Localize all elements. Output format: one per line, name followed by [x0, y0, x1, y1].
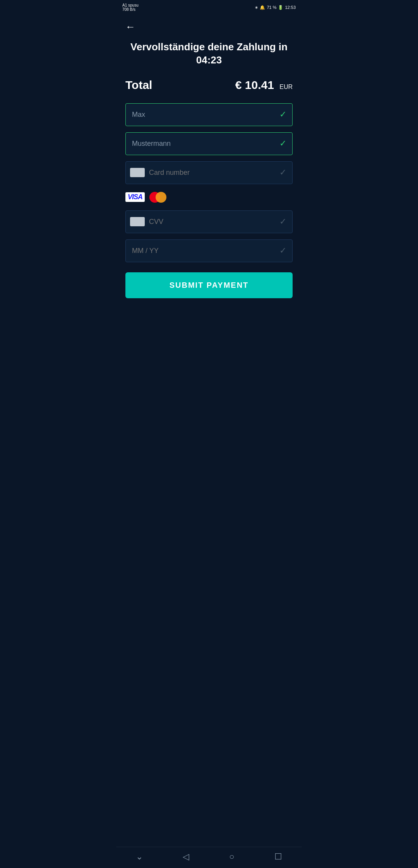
cvv-card-icon: [130, 217, 145, 226]
mc-circle-right: [156, 192, 166, 203]
back-button[interactable]: ←: [125, 21, 293, 33]
visa-logo: VISA: [125, 192, 145, 202]
payment-logos: VISA: [125, 192, 293, 203]
firstname-group: ✓: [125, 103, 293, 126]
mastercard-logo: [149, 192, 166, 203]
nav-chevron-icon[interactable]: ⌄: [136, 852, 143, 862]
bluetooth-icon: ∗: [255, 5, 258, 10]
carrier-info: A1 spusu 708 B/s: [122, 3, 139, 12]
cvv-input[interactable]: [125, 210, 293, 233]
total-amount: € 10.41 EUR: [235, 79, 293, 92]
nav-bar: ⌄ ◁ ○ ☐: [116, 847, 302, 868]
total-currency: EUR: [279, 84, 293, 90]
main-content: ← Vervollständige deine Zahlung in04:23 …: [116, 15, 302, 847]
cardnumber-group: ✓: [125, 161, 293, 184]
firstname-input[interactable]: [125, 103, 293, 126]
status-bar: A1 spusu 708 B/s ∗ 🔔 71 % 🔋 12:53: [116, 0, 302, 15]
card-number-input[interactable]: [125, 161, 293, 184]
battery-level: 71 %: [267, 5, 276, 10]
lastname-group: ✓: [125, 132, 293, 155]
sound-icon: 🔔: [260, 5, 265, 10]
expiry-group: ✓: [125, 239, 293, 262]
expiry-input[interactable]: [125, 239, 293, 262]
page-title: Vervollständige deine Zahlung in04:23: [125, 41, 293, 67]
nav-recent-icon[interactable]: ☐: [274, 852, 282, 862]
lastname-input[interactable]: [125, 132, 293, 155]
card-icon: [130, 168, 145, 177]
total-row: Total € 10.41 EUR: [125, 79, 293, 92]
nav-back-icon[interactable]: ◁: [183, 852, 189, 862]
total-label: Total: [125, 79, 152, 92]
cvv-group: ✓: [125, 210, 293, 233]
clock: 12:53: [285, 5, 296, 10]
status-right: ∗ 🔔 71 % 🔋 12:53: [255, 5, 296, 10]
nav-home-icon[interactable]: ○: [229, 852, 234, 862]
submit-payment-button[interactable]: SUBMIT PAYMENT: [125, 272, 293, 298]
battery-icon: 🔋: [278, 5, 283, 10]
